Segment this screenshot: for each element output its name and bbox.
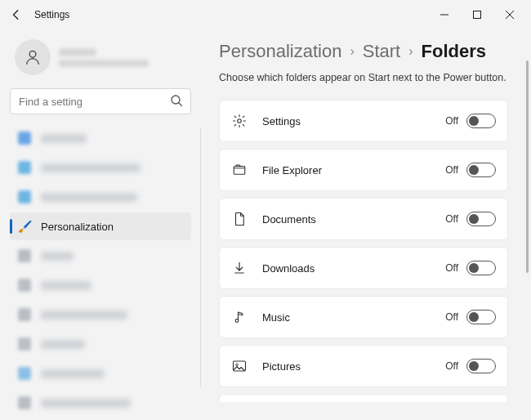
close-icon bbox=[506, 11, 514, 19]
svg-point-3 bbox=[238, 119, 242, 123]
nav-item-blurred[interactable] bbox=[10, 242, 191, 270]
search-input[interactable] bbox=[10, 88, 191, 114]
row-label: Music bbox=[262, 311, 445, 324]
folder-icon bbox=[231, 162, 248, 178]
svg-rect-4 bbox=[234, 167, 245, 175]
nav-item-blurred[interactable] bbox=[10, 124, 191, 152]
nav-item-blurred[interactable] bbox=[10, 183, 191, 211]
row-label: Downloads bbox=[262, 262, 445, 275]
search-field[interactable] bbox=[10, 88, 191, 114]
nav-item-blurred[interactable] bbox=[10, 271, 191, 299]
svg-point-2 bbox=[172, 96, 180, 104]
back-button[interactable] bbox=[5, 3, 28, 26]
toggle-file-explorer[interactable] bbox=[466, 163, 496, 177]
brush-icon: 🖌️ bbox=[18, 220, 31, 233]
back-arrow-icon bbox=[11, 9, 22, 20]
row-state: Off bbox=[445, 311, 458, 323]
search-icon bbox=[170, 94, 185, 109]
row-state: Off bbox=[445, 262, 458, 274]
page-subtitle: Choose which folders appear on Start nex… bbox=[219, 72, 521, 83]
music-icon bbox=[231, 309, 248, 325]
document-icon bbox=[231, 211, 248, 227]
row-file-explorer: File Explorer Off bbox=[219, 149, 508, 191]
breadcrumb-personalization[interactable]: Personalization bbox=[219, 41, 341, 62]
gear-icon bbox=[231, 113, 248, 129]
nav-item-blurred[interactable] bbox=[10, 330, 191, 358]
row-documents: Documents Off bbox=[219, 198, 508, 240]
minimize-button[interactable] bbox=[428, 3, 461, 26]
nav-item-blurred[interactable] bbox=[10, 360, 191, 387]
svg-point-1 bbox=[29, 51, 36, 57]
account-text bbox=[59, 48, 149, 67]
close-button[interactable] bbox=[493, 3, 526, 26]
nav-list: 🖌️ Personalization bbox=[10, 124, 191, 420]
row-downloads: Downloads Off bbox=[219, 247, 508, 289]
window-title: Settings bbox=[34, 9, 69, 20]
row-label: Settings bbox=[262, 115, 445, 127]
breadcrumb: Personalization › Start › Folders bbox=[219, 41, 521, 62]
title-bar: Settings bbox=[0, 0, 531, 29]
toggle-pictures[interactable] bbox=[466, 359, 496, 373]
avatar bbox=[15, 39, 51, 75]
sidebar: 🖌️ Personalization bbox=[0, 29, 201, 420]
nav-item-label: Personalization bbox=[41, 221, 114, 233]
maximize-icon bbox=[473, 11, 481, 19]
chevron-right-icon: › bbox=[408, 44, 413, 59]
row-clipped bbox=[219, 394, 508, 402]
chevron-right-icon: › bbox=[350, 44, 354, 59]
row-label: File Explorer bbox=[262, 164, 445, 176]
account-area[interactable] bbox=[10, 36, 191, 87]
maximize-button[interactable] bbox=[461, 3, 493, 26]
svg-point-7 bbox=[236, 364, 239, 366]
nav-item-blurred[interactable] bbox=[10, 154, 191, 181]
toggle-music[interactable] bbox=[466, 310, 496, 324]
row-state: Off bbox=[445, 164, 458, 176]
row-label: Pictures bbox=[262, 360, 445, 373]
folder-toggle-list: Settings Off File Explorer Off Documents… bbox=[219, 100, 521, 402]
toggle-documents[interactable] bbox=[466, 212, 496, 226]
picture-icon bbox=[231, 358, 248, 374]
row-settings: Settings Off bbox=[219, 100, 508, 142]
svg-rect-0 bbox=[474, 11, 481, 19]
row-pictures: Pictures Off bbox=[219, 345, 508, 387]
row-state: Off bbox=[445, 213, 458, 225]
row-state: Off bbox=[445, 360, 458, 372]
breadcrumb-start[interactable]: Start bbox=[363, 41, 400, 62]
breadcrumb-current: Folders bbox=[422, 41, 486, 62]
main-content: Personalization › Start › Folders Choose… bbox=[201, 29, 531, 420]
toggle-downloads[interactable] bbox=[466, 261, 496, 275]
row-state: Off bbox=[445, 115, 458, 127]
scrollbar-thumb[interactable] bbox=[526, 60, 529, 273]
row-label: Documents bbox=[262, 213, 445, 226]
nav-item-blurred[interactable] bbox=[10, 389, 191, 417]
download-icon bbox=[231, 260, 248, 276]
row-music: Music Off bbox=[219, 296, 508, 338]
toggle-settings[interactable] bbox=[466, 114, 496, 128]
nav-item-personalization[interactable]: 🖌️ Personalization bbox=[10, 212, 191, 240]
person-icon bbox=[24, 48, 42, 66]
nav-item-blurred[interactable] bbox=[10, 301, 191, 328]
minimize-icon bbox=[440, 11, 448, 19]
svg-point-5 bbox=[235, 319, 239, 323]
